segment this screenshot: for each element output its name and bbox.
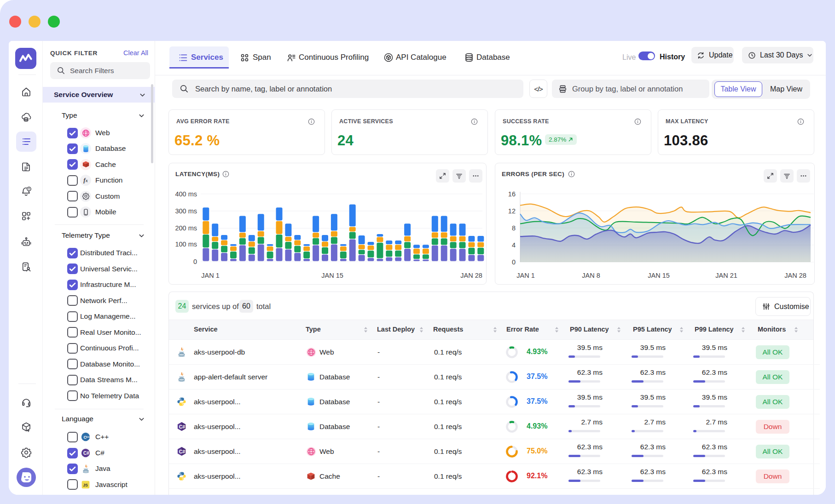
svg-text:12: 12	[508, 207, 516, 215]
svg-text:JAN 15: JAN 15	[648, 272, 670, 279]
svg-text:JAN 15: JAN 15	[321, 272, 343, 279]
svg-text:8: 8	[512, 224, 516, 232]
svg-text:400 ms: 400 ms	[175, 190, 197, 198]
svg-text:JAN 8: JAN 8	[582, 272, 600, 279]
svg-text:JAN 21: JAN 21	[715, 272, 737, 279]
svg-text:0: 0	[512, 258, 516, 266]
svg-text:C#: C#	[179, 449, 186, 454]
svg-text:200 ms: 200 ms	[175, 224, 197, 232]
svg-text:C#: C#	[179, 424, 186, 430]
svg-text:0: 0	[193, 258, 197, 265]
svg-text:4: 4	[512, 241, 516, 249]
svg-text:JAN 1: JAN 1	[201, 272, 220, 279]
svg-text:300 ms: 300 ms	[175, 207, 197, 215]
svg-text:JAN 1: JAN 1	[516, 272, 535, 279]
svg-text:JAN 28: JAN 28	[460, 272, 482, 279]
svg-text:++: ++	[86, 435, 90, 439]
svg-text:16: 16	[508, 190, 516, 198]
svg-text:JS: JS	[83, 483, 88, 487]
svg-text:100 ms: 100 ms	[175, 241, 197, 248]
svg-text:JAN 28: JAN 28	[784, 272, 806, 279]
svg-text:C#: C#	[83, 451, 89, 456]
